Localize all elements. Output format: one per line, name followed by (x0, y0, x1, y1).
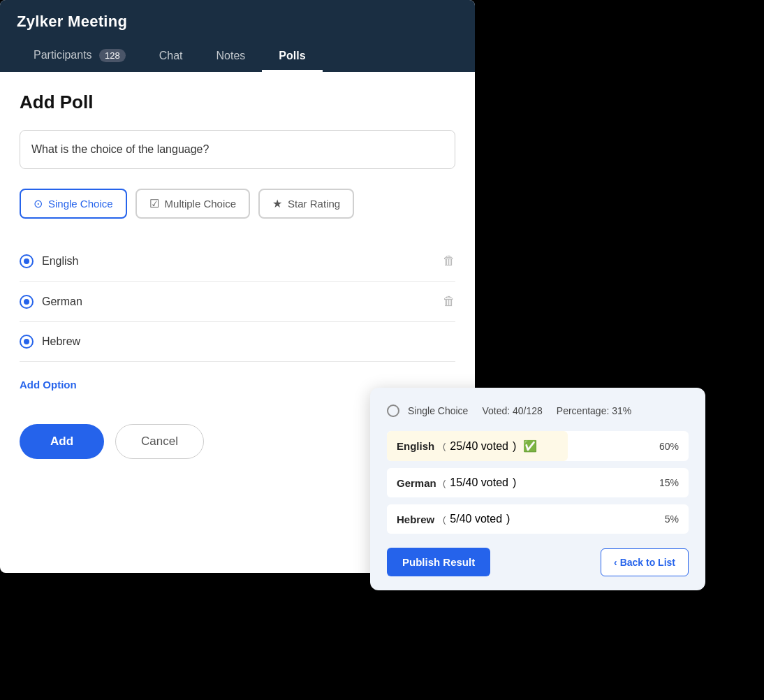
result-bars: English (25/40 voted) ✅ 60% German (15/4… (387, 431, 689, 534)
tab-participants[interactable]: Participants 128 (17, 42, 142, 72)
header: Zylker Meeting Participants 128 Chat Not… (0, 0, 475, 72)
tab-notes[interactable]: Notes (200, 43, 263, 72)
add-option-link[interactable]: Add Option (20, 379, 77, 391)
poll-type-star[interactable]: ★ Star Rating (258, 189, 354, 219)
results-type-label: Single Choice (408, 405, 468, 416)
results-footer: Publish Result ‹ Back to List (387, 548, 689, 576)
app-title: Zylker Meeting (17, 13, 458, 31)
result-pct-english: 60% (659, 441, 679, 452)
result-bar-german: German (15/40 voted) 15% (387, 468, 689, 497)
tab-polls[interactable]: Polls (262, 43, 322, 72)
result-label-hebrew: Hebrew (397, 513, 439, 525)
back-to-list-button[interactable]: ‹ Back to List (601, 548, 689, 576)
result-bar-hebrew: Hebrew (5/40 voted) 5% (387, 504, 689, 534)
result-pct-hebrew: 5% (665, 513, 679, 525)
result-bar-english: English (25/40 voted) ✅ 60% (387, 431, 689, 461)
result-pct-german: 15% (659, 477, 679, 488)
star-rating-icon: ★ (272, 197, 282, 210)
add-button[interactable]: Add (20, 424, 104, 459)
tab-chat[interactable]: Chat (142, 43, 200, 72)
tabs: Participants 128 Chat Notes Polls (17, 42, 458, 72)
results-panel: Single Choice Voted: 40/128 Percentage: … (370, 388, 705, 590)
publish-result-button[interactable]: Publish Result (387, 548, 490, 576)
option-row: Hebrew (20, 322, 455, 362)
multiple-choice-icon: ☑ (149, 197, 159, 210)
option-radio-3 (20, 335, 34, 349)
page-title: Add Poll (20, 92, 455, 113)
delete-option-1[interactable]: 🗑 (443, 254, 455, 268)
option-label-1: English (42, 255, 434, 268)
winner-check-icon: ✅ (523, 439, 537, 453)
result-votes-german: ( (443, 478, 446, 488)
option-radio-2 (20, 295, 34, 309)
results-voted: Voted: 40/128 (482, 405, 542, 416)
option-label-2: German (42, 296, 434, 308)
option-row: German 🗑 (20, 282, 455, 322)
result-label-english: English (397, 440, 439, 452)
results-header: Single Choice Voted: 40/128 Percentage: … (387, 404, 689, 417)
results-type-icon (387, 404, 399, 417)
poll-type-multiple[interactable]: ☑ Multiple Choice (135, 189, 251, 219)
participants-badge: 128 (99, 49, 126, 62)
poll-types: ⊙ Single Choice ☑ Multiple Choice ★ Star… (20, 189, 455, 219)
question-input[interactable] (20, 130, 455, 169)
poll-type-single[interactable]: ⊙ Single Choice (20, 189, 127, 219)
results-percentage: Percentage: 31% (557, 405, 631, 416)
option-label-3: Hebrew (42, 335, 455, 348)
delete-option-2[interactable]: 🗑 (443, 294, 455, 309)
result-votes-hebrew: ( (443, 514, 446, 525)
result-votes-english: ( (443, 441, 446, 451)
cancel-button[interactable]: Cancel (115, 424, 204, 459)
back-chevron-icon: ‹ (614, 557, 617, 568)
option-row: English 🗑 (20, 241, 455, 282)
option-radio-1 (20, 254, 34, 268)
single-choice-icon: ⊙ (34, 197, 43, 210)
options-list: English 🗑 German 🗑 Hebrew (20, 241, 455, 362)
result-label-german: German (397, 477, 439, 489)
